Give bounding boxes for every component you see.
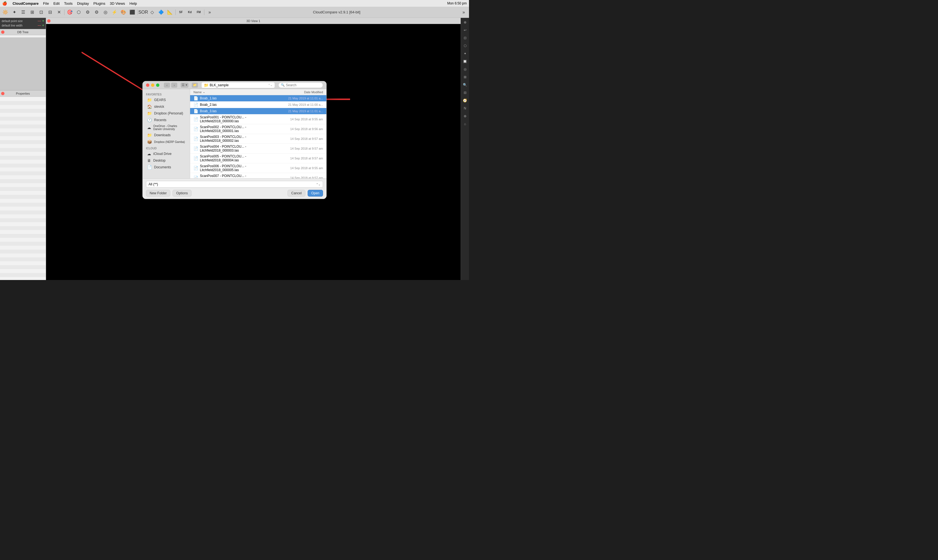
file-icon-3: 📄 <box>194 117 198 122</box>
file-date-2: 21 May 2019 at 11:01 a... <box>273 109 323 113</box>
file-row-3[interactable]: 📄 ScanPos001 - POINTCLOU... - Litchfield… <box>190 114 326 124</box>
file-icon-9: 📄 <box>194 175 198 178</box>
file-icon-1: 📄 <box>194 102 198 107</box>
file-date-6: 14 Sep 2018 at 9:57 am <box>273 147 323 150</box>
dialog-left-buttons: New Folder Options <box>146 190 192 197</box>
sidebar-recents[interactable]: 🕐 Recents <box>144 117 189 123</box>
file-date-0: 21 May 2019 at 11:01 a... <box>273 97 323 100</box>
filter-row: All (**) ⌃⌄ <box>146 181 323 188</box>
filter-arrow-icon: ⌃⌄ <box>316 183 320 186</box>
filter-select[interactable]: All (**) ⌃⌄ <box>146 181 323 188</box>
favorites-label: Favorites <box>143 91 190 97</box>
file-row-9[interactable]: 📄 ScanPos007 - POINTCLOU... - Litchfield… <box>190 173 326 178</box>
sort-icon: ⌄ <box>203 90 205 94</box>
search-input[interactable] <box>286 83 320 87</box>
file-name-9: ScanPos007 - POINTCLOU... - Litchfield20… <box>200 174 273 178</box>
menu-display[interactable]: Display <box>77 2 89 6</box>
file-icon-8: 📄 <box>194 166 198 170</box>
filter-value: All (**) <box>149 182 158 186</box>
traffic-yellow[interactable] <box>151 83 154 87</box>
file-date-1: 21 May 2019 at 11:00 a... <box>273 103 323 106</box>
nav-forward[interactable]: › <box>171 83 177 88</box>
dialog-nav: ‹ › <box>164 83 177 88</box>
traffic-lights <box>146 83 159 87</box>
file-rows-container: 📄 Boab_1.las 21 May 2019 at 11:01 a... 📄… <box>190 95 326 178</box>
file-date-4: 14 Sep 2018 at 9:56 am <box>273 127 323 131</box>
file-date-7: 14 Sep 2018 at 9:57 am <box>273 157 323 160</box>
file-name-5: ScanPos003 - POINTCLOU... - Litchfield20… <box>200 135 273 143</box>
onedrive-label: OneDrive - Charles Darwin University <box>153 125 185 131</box>
dialog-search[interactable]: 🔍 <box>278 82 323 88</box>
file-row-6[interactable]: 📄 ScanPos004 - POINTCLOU... - Litchfield… <box>190 144 326 154</box>
file-name-1: Boab_2.las <box>200 103 273 107</box>
sidebar-documents[interactable]: 📄 Documents <box>144 164 189 171</box>
dialog-actions: New Folder Options Cancel Open <box>146 190 323 197</box>
menu-file[interactable]: File <box>43 2 49 6</box>
dropbox-personal-icon: 📁 <box>147 111 152 115</box>
gears-label: GEARS <box>154 98 166 102</box>
file-icon-0: 📄 <box>194 96 198 100</box>
traffic-red[interactable] <box>146 83 149 87</box>
sidebar-desktop[interactable]: 🖥 Desktop <box>144 157 189 164</box>
desktop-label: Desktop <box>153 158 166 163</box>
menu-plugins[interactable]: Plugins <box>94 2 106 6</box>
file-row-4[interactable]: 📄 ScanPos002 - POINTCLOU... - Litchfield… <box>190 124 326 134</box>
apple-menu[interactable]: 🍎 <box>2 1 7 6</box>
file-icon-7: 📄 <box>194 156 198 160</box>
col-name-label: Name <box>194 91 201 94</box>
onedrive-icon: ☁ <box>147 125 151 130</box>
sidebar-home[interactable]: 🏠 slevick <box>144 103 189 110</box>
dialog-sidebar: Favorites 📁 GEARS 🏠 slevick 📁 Dropbox (P… <box>143 89 190 178</box>
recents-label: Recents <box>154 118 166 122</box>
sidebar-downloads[interactable]: 📁 Downloads <box>144 132 189 138</box>
dialog-path-text: BLK_sample <box>210 83 268 87</box>
file-row-8[interactable]: 📄 ScanPos006 - POINTCLOU... - Litchfield… <box>190 163 326 173</box>
documents-icon: 📄 <box>147 165 152 169</box>
home-label: slevick <box>154 105 164 109</box>
file-list-header: Name ⌄ Date Modified <box>190 89 326 95</box>
menu-3dviews[interactable]: 3D Views <box>110 2 125 6</box>
menubar-time: Mon 6:50 pm <box>447 2 467 5</box>
file-list-area: Name ⌄ Date Modified 📄 Boab_1.las 21 May… <box>190 89 326 178</box>
icloud-drive-icon: ☁ <box>147 152 151 156</box>
sidebar-dropbox-personal[interactable]: 📁 Dropbox (Personal) <box>144 110 189 117</box>
col-date-label: Date Modified <box>304 91 323 94</box>
menubar-right: Mon 6:50 pm <box>447 2 467 5</box>
sidebar-onedrive[interactable]: ☁ OneDrive - Charles Darwin University <box>144 123 189 132</box>
options-button[interactable]: Options <box>172 190 191 197</box>
file-icon-5: 📄 <box>194 137 198 141</box>
file-icon-6: 📄 <box>194 146 198 151</box>
nav-back[interactable]: ‹ <box>164 83 170 88</box>
menu-edit[interactable]: Edit <box>53 2 60 6</box>
file-name-7: ScanPos005 - POINTCLOU... - Litchfield20… <box>200 154 273 162</box>
gears-icon: 📁 <box>147 98 152 102</box>
file-row-7[interactable]: 📄 ScanPos005 - POINTCLOU... - Litchfield… <box>190 154 326 163</box>
traffic-green[interactable] <box>156 83 159 87</box>
col-date[interactable]: Date Modified <box>273 91 323 94</box>
col-name[interactable]: Name ⌄ <box>194 90 273 94</box>
dialog-right-buttons: Cancel Open <box>288 190 323 197</box>
file-row-5[interactable]: 📄 ScanPos003 - POINTCLOU... - Litchfield… <box>190 134 326 144</box>
file-name-0: Boab_1.las <box>200 96 273 100</box>
file-row-0[interactable]: 📄 Boab_1.las 21 May 2019 at 11:01 a... <box>190 95 326 102</box>
sidebar-icloud-drive[interactable]: ☁ iCloud Drive <box>144 151 189 157</box>
cancel-button[interactable]: Cancel <box>288 190 305 197</box>
open-button[interactable]: Open <box>308 190 323 197</box>
new-folder-button[interactable]: New Folder <box>146 190 170 197</box>
view-options-btn[interactable]: ☰ ▾ <box>181 83 188 88</box>
dialog-path[interactable]: 📁 BLK_sample ⌃⌄ <box>201 82 275 88</box>
file-row-1[interactable]: 📄 Boab_2.las 21 May 2019 at 11:00 a... <box>190 102 326 108</box>
menu-tools[interactable]: Tools <box>64 2 72 6</box>
file-row-2[interactable]: 📄 Boab_3.las 21 May 2019 at 11:01 a... <box>190 108 326 114</box>
file-icon-4: 📄 <box>194 127 198 131</box>
sidebar-gears[interactable]: 📁 GEARS <box>144 97 189 103</box>
file-name-8: ScanPos006 - POINTCLOU... - Litchfield20… <box>200 164 273 172</box>
dropbox-nerp-icon: 📦 <box>147 140 152 144</box>
app-name[interactable]: CloudCompare <box>12 2 38 6</box>
icloud-label: iCloud <box>143 145 190 151</box>
sidebar-dropbox-nerp[interactable]: 📦 Dropbox (NERP Gamba) <box>144 138 189 145</box>
dialog-body: Favorites 📁 GEARS 🏠 slevick 📁 Dropbox (P… <box>143 89 326 178</box>
nav-folder-up[interactable]: 📁 <box>192 83 198 88</box>
folder-icon: 📁 <box>204 83 209 88</box>
menu-help[interactable]: Help <box>129 2 137 6</box>
